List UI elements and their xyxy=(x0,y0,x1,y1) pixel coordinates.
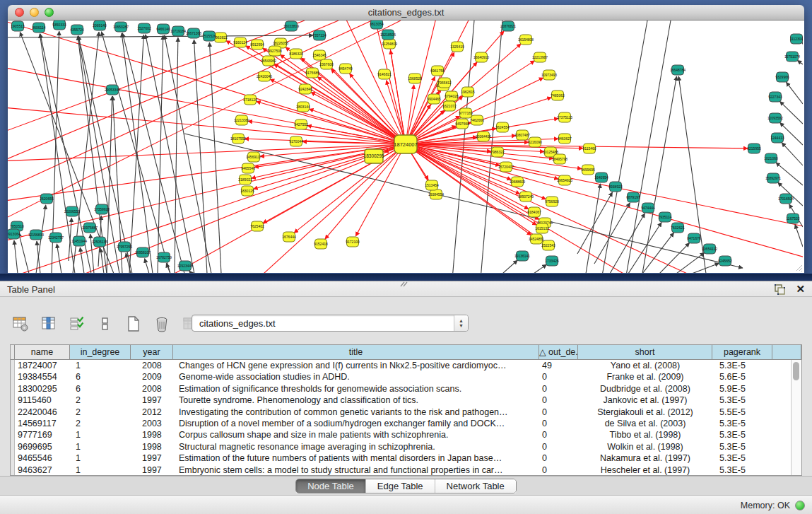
cell-pagerank[interactable]: 5.6E-5 xyxy=(712,371,772,382)
citation-node-yellow[interactable]: 22420046 xyxy=(257,71,272,81)
graph-edge[interactable] xyxy=(786,82,803,104)
graph-edge[interactable] xyxy=(502,260,517,273)
table-row[interactable]: 946554611997Estimation of the future num… xyxy=(11,452,801,464)
column-header-short[interactable]: short xyxy=(578,345,712,359)
cell-name[interactable]: 18300295 xyxy=(15,383,70,395)
citation-node-teal[interactable]: 4355724 xyxy=(70,25,84,35)
citation-node-teal[interactable]: 29053346 xyxy=(105,85,120,95)
cell-out_degree[interactable]: 0 xyxy=(539,418,578,429)
table-panel-titlebar[interactable]: Table Panel ✕ xyxy=(0,281,812,297)
cell-out_degree[interactable]: 0 xyxy=(539,395,578,406)
citation-node-teal[interactable]: 16958107 xyxy=(135,247,151,257)
citation-node-teal[interactable]: 7632621 xyxy=(671,223,685,233)
citation-node-yellow[interactable]: 9699695 xyxy=(581,165,595,175)
graph-edge[interactable] xyxy=(57,244,61,273)
cell-pagerank[interactable]: 5.3E-5 xyxy=(712,452,772,464)
citation-node-yellow[interactable]: 9463627 xyxy=(558,134,572,144)
citation-node-teal[interactable]: 12093582 xyxy=(767,113,783,123)
graph-edge[interactable] xyxy=(14,240,18,273)
citation-node-yellow[interactable]: 18300295 xyxy=(364,149,384,163)
citation-node-yellow[interactable]: 7625402 xyxy=(250,221,264,231)
graph-edge[interactable] xyxy=(257,101,406,144)
citation-node-teal[interactable]: 16648784 xyxy=(670,65,686,75)
hub-node[interactable]: 18724007 xyxy=(394,135,417,153)
citation-node-teal[interactable]: 1167533 xyxy=(786,214,799,223)
cell-pagerank[interactable]: 5.9E-5 xyxy=(712,383,772,395)
citation-node-teal[interactable]: 1244413 xyxy=(770,133,784,143)
citation-node-yellow[interactable]: 7955812 xyxy=(437,78,452,88)
citation-node-teal[interactable]: 10719184 xyxy=(170,26,186,36)
citation-node-yellow[interactable]: 9427552 xyxy=(294,119,308,129)
citation-node-teal[interactable]: 12505135 xyxy=(92,237,107,247)
citation-node-yellow[interactable]: 11254809 xyxy=(382,39,397,49)
citation-node-teal[interactable]: 17957255 xyxy=(117,242,132,252)
cell-out_degree[interactable]: 0 xyxy=(539,429,578,440)
citation-node-teal[interactable]: 12156833 xyxy=(28,230,44,240)
cell-pagerank[interactable]: 5.3E-5 xyxy=(712,429,772,440)
citation-node-teal[interactable]: 15892971 xyxy=(765,173,781,183)
cell-title[interactable]: Genome-wide association studies in ADHD. xyxy=(173,371,539,382)
close-panel-icon[interactable]: ✕ xyxy=(796,283,805,296)
graph-edge[interactable] xyxy=(659,243,690,273)
resize-grip-icon[interactable] xyxy=(794,263,803,271)
citation-node-teal[interactable]: 1112304 xyxy=(790,34,803,44)
citation-node-yellow[interactable]: 9184067 xyxy=(527,207,541,217)
cell-short[interactable]: Nakamura et al. (1997) xyxy=(578,452,712,464)
graph-edge[interactable] xyxy=(642,233,674,273)
citation-node-yellow[interactable]: 1621072 xyxy=(442,101,457,111)
citation-node-yellow[interactable]: 9756928 xyxy=(545,197,559,206)
graph-edge[interactable] xyxy=(8,144,406,247)
table-row[interactable]: 911546021997Tourette syndrome. Phenomeno… xyxy=(11,395,801,406)
cell-year[interactable]: 1998 xyxy=(131,441,173,452)
citation-node-yellow[interactable]: 7462666 xyxy=(470,115,484,125)
citation-node-yellow[interactable]: 1513454 xyxy=(425,180,439,190)
cell-title[interactable]: Investigating the contribution of common… xyxy=(173,407,539,418)
cell-short[interactable]: de Silva et al. (2003) xyxy=(578,418,712,429)
cell-pagerank[interactable]: 5.5E-5 xyxy=(712,407,772,418)
show-columns-button[interactable] xyxy=(38,313,59,334)
citation-node-yellow[interactable]: 7485063 xyxy=(551,90,565,100)
citation-node-yellow[interactable]: 9904465 xyxy=(427,94,441,104)
graph-edge[interactable] xyxy=(577,192,613,254)
cell-in_degree[interactable]: 2 xyxy=(70,395,131,406)
select-rows-button[interactable] xyxy=(66,313,88,334)
citation-node-yellow[interactable]: 9115460 xyxy=(582,144,596,153)
cell-name[interactable]: 9699695 xyxy=(15,441,70,452)
cell-year[interactable]: 2003 xyxy=(131,418,173,429)
cell-name[interactable]: 9777169 xyxy=(15,429,70,440)
cell-name[interactable]: 18724007 xyxy=(15,360,70,371)
citation-node-teal[interactable]: 1905513 xyxy=(11,21,25,31)
citation-node-teal[interactable]: 8813054 xyxy=(370,21,384,29)
citation-node-yellow[interactable]: 18907249 xyxy=(518,192,534,201)
cell-name[interactable]: 9115460 xyxy=(15,395,70,406)
citation-node-teal[interactable]: 20206556 xyxy=(64,206,80,216)
graph-edge[interactable] xyxy=(209,42,221,273)
cell-title[interactable]: Changes of HCN gene expression and I(f) … xyxy=(173,360,539,371)
citation-node-yellow[interactable]: 19384554 xyxy=(428,189,444,199)
graph-edge[interactable] xyxy=(406,144,803,264)
cell-year[interactable]: 2012 xyxy=(131,407,173,418)
citation-node-teal[interactable]: 10653287 xyxy=(113,22,129,32)
cell-year[interactable]: 2009 xyxy=(131,371,173,382)
graph-edge[interactable] xyxy=(797,60,803,64)
cell-year[interactable]: 1998 xyxy=(131,429,173,440)
graph-edge[interactable] xyxy=(194,40,207,273)
citation-node-teal[interactable]: 8215955 xyxy=(747,144,761,153)
citation-node-yellow[interactable]: 16154808 xyxy=(518,35,534,45)
delete-table-button[interactable] xyxy=(151,313,172,334)
citation-node-teal[interactable]: 20876821 xyxy=(500,21,516,31)
cell-title[interactable]: Embryonic stem cells: a model to study s… xyxy=(173,465,539,476)
citation-node-yellow[interactable]: 9170044 xyxy=(289,136,303,146)
table-row[interactable]: 977716911998Corpus callosum shape and si… xyxy=(11,429,801,440)
citation-node-teal[interactable]: 9350333 xyxy=(52,21,66,30)
citation-node-teal[interactable]: 10654112 xyxy=(702,244,717,254)
citation-node-teal[interactable]: 7357224 xyxy=(312,30,326,40)
cell-year[interactable]: 2008 xyxy=(131,360,173,371)
citation-node-teal[interactable]: 11451944 xyxy=(71,236,87,246)
table-row[interactable]: 1456911722003Disruption of a novel membe… xyxy=(11,418,801,429)
citation-node-yellow[interactable]: 16640910 xyxy=(473,52,489,62)
column-header-name[interactable]: name xyxy=(15,345,70,359)
citation-node-teal[interactable]: 6879197 xyxy=(626,192,640,202)
citation-node-teal[interactable]: 1733426 xyxy=(545,256,559,266)
graph-edge[interactable] xyxy=(782,143,803,165)
